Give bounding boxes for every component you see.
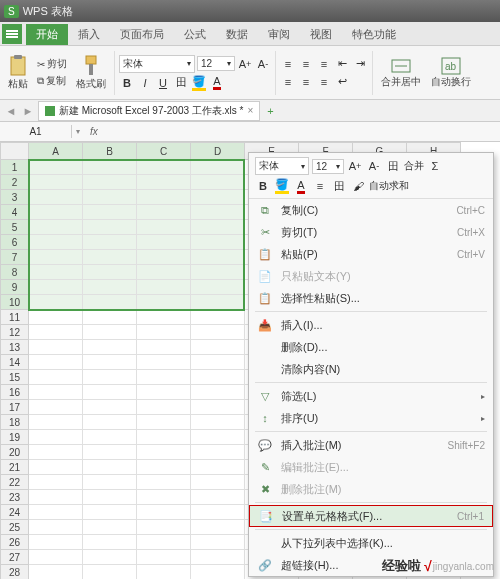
- row-header[interactable]: 5: [1, 220, 29, 235]
- name-box[interactable]: A1: [0, 125, 72, 138]
- align-left-button[interactable]: ≡: [280, 74, 296, 90]
- ctx-picklist[interactable]: 从下拉列表中选择(K)...: [249, 532, 493, 554]
- align-mid-button[interactable]: ≡: [298, 56, 314, 72]
- row-header[interactable]: 23: [1, 490, 29, 505]
- mini-align[interactable]: ≡: [312, 178, 328, 194]
- close-icon[interactable]: ×: [248, 105, 254, 116]
- row-header[interactable]: 14: [1, 355, 29, 370]
- row-header[interactable]: 22: [1, 475, 29, 490]
- col-header[interactable]: D: [191, 143, 245, 160]
- row-header[interactable]: 25: [1, 520, 29, 535]
- tab-data[interactable]: 数据: [216, 24, 258, 45]
- mini-sum-label[interactable]: 自动求和: [369, 179, 409, 193]
- ctx-filter[interactable]: ▽筛选(L)▸: [249, 385, 493, 407]
- mini-merge-label[interactable]: 合并: [404, 159, 424, 173]
- row-header[interactable]: 20: [1, 445, 29, 460]
- fmtpainter-button[interactable]: 格式刷: [72, 54, 110, 92]
- mini-grow-font[interactable]: A+: [347, 158, 363, 174]
- paste-button[interactable]: 粘贴: [4, 54, 32, 92]
- menu-button[interactable]: [2, 24, 22, 44]
- row-header[interactable]: 6: [1, 235, 29, 250]
- merge-button[interactable]: 合并居中: [377, 56, 425, 90]
- align-center-button[interactable]: ≡: [298, 74, 314, 90]
- row-header[interactable]: 19: [1, 430, 29, 445]
- row-header[interactable]: 4: [1, 205, 29, 220]
- align-bot-button[interactable]: ≡: [316, 56, 332, 72]
- row-header[interactable]: 13: [1, 340, 29, 355]
- mini-merge-button[interactable]: 田: [385, 158, 401, 174]
- row-header[interactable]: 3: [1, 190, 29, 205]
- italic-button[interactable]: I: [137, 75, 153, 91]
- tab-review[interactable]: 审阅: [258, 24, 300, 45]
- align-top-button[interactable]: ≡: [280, 56, 296, 72]
- indent-inc-button[interactable]: ⇥: [352, 56, 368, 72]
- col-header[interactable]: B: [83, 143, 137, 160]
- mini-sum-button[interactable]: Σ: [427, 158, 443, 174]
- row-header[interactable]: 15: [1, 370, 29, 385]
- tab-pagelayout[interactable]: 页面布局: [110, 24, 174, 45]
- row-header[interactable]: 7: [1, 250, 29, 265]
- col-header[interactable]: C: [137, 143, 191, 160]
- ctx-copy[interactable]: ⧉复制(C)Ctrl+C: [249, 199, 493, 221]
- row-header[interactable]: 17: [1, 400, 29, 415]
- col-header[interactable]: A: [29, 143, 83, 160]
- ctx-paste[interactable]: 📋粘贴(P)Ctrl+V: [249, 243, 493, 265]
- tab-view[interactable]: 视图: [300, 24, 342, 45]
- row-header[interactable]: 21: [1, 460, 29, 475]
- row-header[interactable]: 26: [1, 535, 29, 550]
- ctx-cut[interactable]: ✂剪切(T)Ctrl+X: [249, 221, 493, 243]
- row-header[interactable]: 18: [1, 415, 29, 430]
- add-tab-button[interactable]: +: [267, 105, 273, 117]
- row-header[interactable]: 2: [1, 175, 29, 190]
- align-right-button[interactable]: ≡: [316, 74, 332, 90]
- nav-prev-icon[interactable]: ◄: [4, 104, 18, 118]
- ctx-format-cells[interactable]: 📑设置单元格格式(F)...Ctrl+1: [249, 505, 493, 527]
- tab-home[interactable]: 开始: [26, 24, 68, 45]
- doc-tab[interactable]: 新建 Microsoft Excel 97-2003 工作表.xls * ×: [38, 101, 260, 121]
- ctx-sort[interactable]: ↕排序(U)▸: [249, 407, 493, 429]
- autowrap-button[interactable]: ab 自动换行: [427, 56, 475, 90]
- ctx-insert-comment[interactable]: 💬插入批注(M)Shift+F2: [249, 434, 493, 456]
- row-header[interactable]: 28: [1, 565, 29, 580]
- ctx-paste-special[interactable]: 📋选择性粘贴(S)...: [249, 287, 493, 309]
- tab-formula[interactable]: 公式: [174, 24, 216, 45]
- mini-size-combo[interactable]: 12▾: [312, 159, 344, 174]
- row-header[interactable]: 27: [1, 550, 29, 565]
- ctx-delete[interactable]: 删除(D)...: [249, 336, 493, 358]
- font-color-button[interactable]: A: [209, 75, 225, 91]
- mini-font-color[interactable]: A: [293, 178, 309, 194]
- row-header[interactable]: 24: [1, 505, 29, 520]
- mini-shrink-font[interactable]: A-: [366, 158, 382, 174]
- row-header[interactable]: 8: [1, 265, 29, 280]
- copy-button[interactable]: ⧉复制: [34, 73, 70, 89]
- tab-insert[interactable]: 插入: [68, 24, 110, 45]
- row-header[interactable]: 1: [1, 160, 29, 175]
- indent-dec-button[interactable]: ⇤: [334, 56, 350, 72]
- underline-button[interactable]: U: [155, 75, 171, 91]
- mini-border[interactable]: 田: [331, 178, 347, 194]
- row-header[interactable]: 11: [1, 310, 29, 325]
- wrap-button[interactable]: ↩: [334, 74, 350, 90]
- nav-next-icon[interactable]: ►: [21, 104, 35, 118]
- row-header[interactable]: 10: [1, 295, 29, 310]
- row-header[interactable]: 9: [1, 280, 29, 295]
- ctx-clear[interactable]: 清除内容(N): [249, 358, 493, 380]
- namebox-chevron-icon[interactable]: ▾: [72, 127, 84, 136]
- ctx-insert[interactable]: 📥插入(I)...: [249, 314, 493, 336]
- mini-bold[interactable]: B: [255, 178, 271, 194]
- fill-color-button[interactable]: 🪣: [191, 75, 207, 91]
- size-combo[interactable]: 12▾: [197, 56, 235, 71]
- tab-special[interactable]: 特色功能: [342, 24, 406, 45]
- row-header[interactable]: 12: [1, 325, 29, 340]
- border-button[interactable]: 田: [173, 75, 189, 91]
- grow-font-button[interactable]: A+: [237, 56, 253, 72]
- mini-font-combo[interactable]: 宋体▾: [255, 157, 309, 175]
- row-header[interactable]: 16: [1, 385, 29, 400]
- mini-fmtpainter[interactable]: 🖌: [350, 178, 366, 194]
- cut-button[interactable]: ✂剪切: [34, 56, 70, 72]
- corner-cell[interactable]: [1, 143, 29, 160]
- font-combo[interactable]: 宋体▾: [119, 55, 195, 73]
- shrink-font-button[interactable]: A-: [255, 56, 271, 72]
- bold-button[interactable]: B: [119, 75, 135, 91]
- mini-fill-color[interactable]: 🪣: [274, 178, 290, 194]
